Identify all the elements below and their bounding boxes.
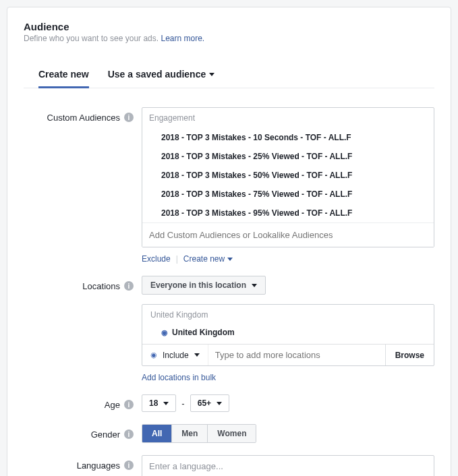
locations-box: United Kingdom ◉ United Kingdom ◉ Includ…: [142, 304, 434, 366]
gender-women[interactable]: Women: [208, 425, 256, 442]
audience-links: Exclude | Create new: [142, 254, 434, 264]
include-select[interactable]: ◉ Include: [142, 345, 208, 365]
age-min-select[interactable]: 18: [142, 394, 176, 412]
info-icon[interactable]: i: [124, 400, 134, 409]
label-gender: Gender i: [24, 424, 142, 443]
label-locations: Locations i: [24, 276, 142, 382]
exclude-link[interactable]: Exclude: [142, 254, 171, 264]
audience-item[interactable]: 2018 - TOP 3 Mistakes - 25% Viewed - TOF…: [142, 147, 434, 166]
age-max-select[interactable]: 65+: [190, 394, 229, 412]
audience-card: Audience Define who you want to see your…: [7, 7, 451, 476]
label-languages: Languages i: [24, 455, 142, 476]
row-locations: Locations i Everyone in this location Un…: [24, 276, 434, 382]
link-separator: |: [176, 254, 178, 264]
audience-item[interactable]: 2018 - TOP 3 Mistakes - 50% Viewed - TOF…: [142, 166, 434, 185]
info-icon[interactable]: i: [124, 281, 134, 291]
audience-item[interactable]: 2018 - TOP 3 Mistakes - 10 Seconds - TOF…: [142, 128, 434, 147]
tab-create-new[interactable]: Create new: [38, 62, 89, 88]
row-custom-audiences: Custom Audiences i Engagement 2018 - TOP…: [24, 107, 434, 264]
location-item[interactable]: ◉ United Kingdom: [142, 325, 434, 344]
gender-all[interactable]: All: [142, 425, 172, 442]
label-age: Age i: [24, 394, 142, 412]
location-region: United Kingdom: [142, 305, 434, 325]
audience-item[interactable]: 2018 - TOP 3 Mistakes - 75% Viewed - TOF…: [142, 185, 434, 204]
row-languages: Languages i: [24, 455, 434, 476]
info-icon[interactable]: i: [124, 429, 134, 439]
card-title: Audience: [24, 21, 434, 32]
audience-group-label: Engagement: [142, 108, 434, 128]
tabs: Create new Use a saved audience: [24, 62, 434, 88]
browse-button[interactable]: Browse: [385, 345, 434, 365]
add-audiences-input[interactable]: [142, 222, 434, 247]
card-subtitle: Define who you want to see your ads. Lea…: [24, 34, 434, 43]
tab-create-label: Create new: [38, 69, 89, 80]
chevron-down-icon: [227, 258, 233, 261]
tab-saved-audience[interactable]: Use a saved audience: [108, 62, 215, 88]
row-age: Age i 18 - 65+: [24, 394, 434, 412]
age-separator: -: [181, 398, 184, 409]
pin-icon: ◉: [150, 351, 157, 359]
chevron-down-icon: [252, 284, 257, 287]
row-gender: Gender i All Men Women: [24, 424, 434, 443]
chevron-down-icon: [163, 402, 169, 405]
learn-more-link[interactable]: Learn more.: [161, 34, 204, 43]
tab-saved-label: Use a saved audience: [108, 69, 206, 80]
info-icon[interactable]: i: [124, 460, 134, 470]
audience-item[interactable]: 2018 - TOP 3 Mistakes - 95% Viewed - TOF…: [142, 204, 434, 222]
subtitle-text: Define who you want to see your ads.: [24, 34, 161, 43]
location-input[interactable]: [208, 345, 385, 365]
gender-men[interactable]: Men: [172, 425, 208, 442]
create-new-link[interactable]: Create new: [183, 254, 233, 264]
chevron-down-icon: [217, 402, 222, 405]
languages-input[interactable]: [142, 455, 434, 476]
chevron-down-icon: [194, 353, 200, 357]
gender-segmented: All Men Women: [142, 424, 256, 443]
location-mode-select[interactable]: Everyone in this location: [142, 276, 266, 295]
chevron-down-icon: [209, 73, 214, 76]
info-icon[interactable]: i: [124, 113, 134, 122]
label-custom-audiences: Custom Audiences i: [24, 107, 142, 264]
pin-icon: ◉: [161, 328, 168, 337]
add-locations-bulk-link[interactable]: Add locations in bulk: [142, 373, 434, 382]
custom-audiences-box: Engagement 2018 - TOP 3 Mistakes - 10 Se…: [142, 107, 434, 247]
location-input-row: ◉ Include Browse: [142, 344, 434, 365]
